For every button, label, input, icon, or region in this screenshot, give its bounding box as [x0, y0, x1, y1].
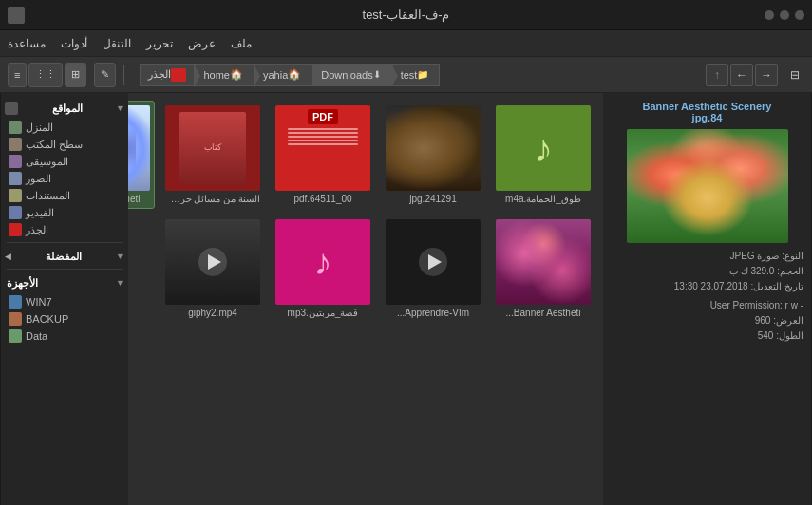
edit-button[interactable]: ✎: [94, 63, 116, 87]
menubar: ملف عرض تحرير التنقل أدوات مساعدة: [0, 30, 812, 57]
breadcrumb-root[interactable]: الجذر: [140, 64, 195, 86]
desktop-icon: [9, 138, 22, 151]
device-item-data[interactable]: Data: [5, 327, 124, 345]
file-thumb-jpg1: [386, 105, 481, 191]
file-item-video2[interactable]: giphy2.mp4: [161, 215, 265, 323]
main-layout: Banner Aesthetic Scenery84.jpg النوع: صو…: [0, 93, 812, 505]
nav-up-button[interactable]: ↑: [706, 64, 728, 86]
toolbar-separator: [123, 65, 124, 85]
file-thumb-butterfly: [128, 105, 150, 191]
thumb-pdf1-bg: PDF: [275, 105, 370, 191]
mp3-note-icon: ♪: [314, 242, 332, 283]
preview-info: النوع: صورة JPEG الحجم: 329.0 ك ب تاريخ …: [611, 249, 803, 344]
sidebar-item-desktop[interactable]: سطح المكتب: [5, 136, 124, 153]
preview-size: الحجم: 329.0 ك ب: [611, 264, 803, 279]
nav-back-button[interactable]: ←: [730, 64, 753, 86]
preview-image: [627, 129, 788, 243]
thumb-book-bg: كتاب: [165, 105, 260, 191]
view-compact-button[interactable]: ⋮⋮: [28, 63, 63, 87]
thumb-video1-bg: [386, 219, 481, 305]
file-item-jpg1[interactable]: 241291.jpg: [381, 101, 485, 209]
thumb-m4a-bg: ♪: [496, 105, 591, 191]
places-arrow[interactable]: ▼: [116, 103, 124, 113]
file-item-flowers[interactable]: Banner Aestheti...: [491, 215, 595, 323]
breadcrumb-downloads-label: Downloads: [321, 69, 372, 81]
thumb-book-inner: كتاب: [179, 112, 246, 185]
file-grid: ♪ طوق_الحمامة.m4a 241291.jpg PDF: [136, 101, 595, 323]
window-controls[interactable]: [765, 10, 804, 20]
breadcrumb-yahia[interactable]: yahia 🏠: [255, 64, 312, 86]
places-icon: [5, 102, 18, 115]
file-area: ♪ طوق_الحمامة.m4a 241291.jpg PDF: [128, 93, 603, 505]
titlebar: م-ف-العقاب-test: [0, 0, 812, 30]
thumb-video2-bg: [165, 219, 260, 305]
book-title-text: كتاب: [200, 139, 225, 158]
device-win7-label: WIN7: [26, 296, 52, 308]
file-label-video2: giphy2.mp4: [165, 308, 260, 318]
breadcrumb: الجذر home 🏠 yahia 🏠 Downloads ⬇ test 📁: [140, 64, 694, 86]
menu-navigate[interactable]: التنقل: [103, 37, 131, 50]
breadcrumb-test[interactable]: test 📁: [392, 64, 441, 86]
breadcrumb-home-label: home: [203, 69, 230, 81]
sidebar-item-home[interactable]: المنزل: [5, 119, 124, 136]
file-item-video1[interactable]: Apprendre-VIm...: [381, 215, 485, 323]
play-triangle: [428, 254, 442, 270]
file-thumb-video2: [165, 219, 260, 305]
preview-type: النوع: صورة JPEG: [611, 249, 803, 264]
view-list-button[interactable]: ≡: [8, 63, 27, 87]
file-label-m4a: طوق_الحمامة.m4a: [496, 194, 591, 204]
file-thumb-mp3: ♪: [275, 219, 370, 305]
sidebar-item-video[interactable]: الفيديو: [5, 204, 124, 221]
music-note-icon: ♪: [534, 127, 553, 170]
device-item-backup[interactable]: BACKUP: [5, 310, 124, 327]
file-item-m4a[interactable]: ♪ طوق_الحمامة.m4a: [491, 101, 595, 209]
devices-arrow[interactable]: ▼: [116, 278, 124, 288]
preview-panel: Banner Aesthetic Scenery84.jpg النوع: صو…: [603, 93, 812, 505]
sidebar-pictures-label: الصور: [26, 173, 51, 185]
bookmarks-arrow[interactable]: ▼: [116, 252, 124, 261]
sidebar-item-docs[interactable]: المستندات: [5, 187, 124, 204]
menu-file[interactable]: ملف: [231, 37, 252, 50]
window-title: م-ف-العقاب-test: [363, 8, 450, 22]
sidebar-item-music[interactable]: الموسيقى: [5, 153, 124, 170]
thumb-flowers-bg: [496, 219, 591, 305]
file-label-mp3: قصة_مربتين.mp3: [275, 308, 370, 318]
sidebar-docs-label: المستندات: [26, 190, 70, 202]
thumb-butterfly-bg: [128, 105, 150, 191]
sidebar-toggle-icon[interactable]: ⊟: [785, 68, 804, 82]
menu-help[interactable]: مساعدة: [8, 37, 46, 50]
window-dot-2: [780, 10, 789, 20]
sidebar-item-root[interactable]: الجذر: [5, 221, 124, 238]
root-folder-icon: [9, 223, 22, 236]
sidebar-item-pictures[interactable]: الصور: [5, 170, 124, 187]
view-grid-button[interactable]: ⊞: [65, 63, 86, 87]
file-thumb-flowers: [496, 219, 591, 305]
breadcrumb-downloads[interactable]: Downloads ⬇: [312, 64, 391, 86]
bookmarks-arrow-2[interactable]: ◀: [5, 252, 11, 261]
breadcrumb-home[interactable]: home 🏠: [195, 64, 255, 86]
sidebar-devices-title: الأجهزة: [7, 277, 38, 290]
home-icon: [9, 121, 22, 134]
downloads-icon: ⬇: [373, 69, 381, 80]
device-item-win7[interactable]: WIN7: [5, 293, 124, 310]
file-item-butterfly[interactable]: Banner Aestheti...: [128, 101, 155, 209]
file-thumb-pdf1: PDF: [275, 105, 370, 191]
window-icon: [8, 7, 25, 24]
toolbar: ≡ ⋮⋮ ⊞ ✎ الجذر home 🏠 yahia 🏠 Downloads …: [0, 57, 812, 93]
nav-arrows: ↑ ← →: [706, 64, 778, 86]
file-item-mp3[interactable]: ♪ قصة_مربتين.mp3: [271, 215, 375, 323]
win-icon: [9, 295, 22, 309]
file-item-pdf1[interactable]: PDF 00_64511.pdf: [271, 101, 375, 209]
test-folder-icon: 📁: [417, 69, 428, 80]
file-label-jpg1: 241291.jpg: [386, 194, 481, 204]
nav-forward-button[interactable]: →: [755, 64, 778, 86]
menu-edit[interactable]: تحرير: [146, 37, 173, 50]
pdf-icon-label: PDF: [308, 109, 338, 124]
menu-view[interactable]: عرض: [188, 37, 216, 50]
file-thumb-video1: [386, 219, 481, 305]
view-buttons: ≡ ⋮⋮ ⊞: [8, 63, 86, 87]
file-item-pdf2[interactable]: كتاب السنة من مسائل حرب...: [161, 101, 265, 209]
thumb-mp3-bg: ♪: [275, 219, 370, 305]
sidebar-music-label: الموسيقى: [26, 156, 68, 168]
menu-tools[interactable]: أدوات: [61, 37, 87, 50]
